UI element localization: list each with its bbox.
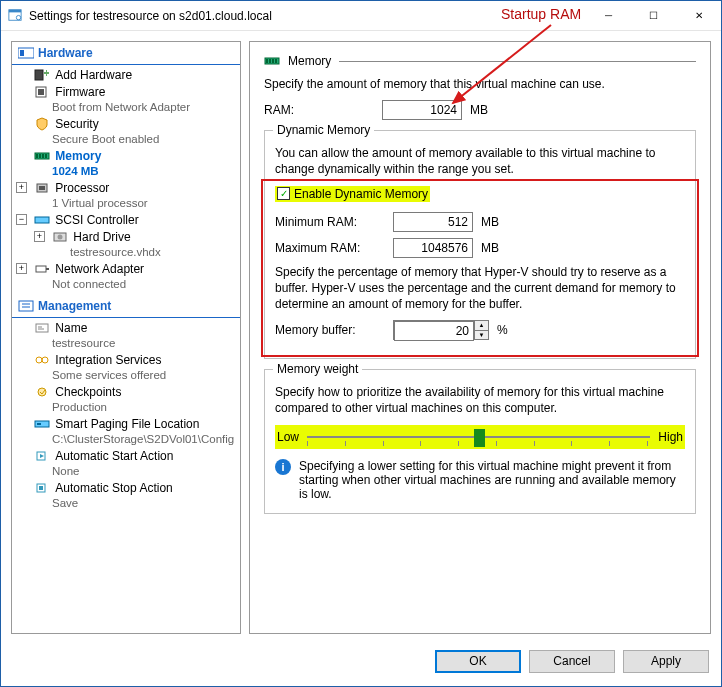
weight-low-label: Low <box>277 430 299 444</box>
sidebar-item-autostop[interactable]: Automatic Stop Action Save <box>12 480 240 512</box>
svg-rect-25 <box>36 324 48 332</box>
sidebar-item-sublabel: Save <box>34 496 236 511</box>
expand-button[interactable]: + <box>34 231 45 242</box>
weight-info-text: Specifying a lower setting for this virt… <box>299 459 685 501</box>
collapse-button[interactable]: − <box>16 214 27 225</box>
management-header-label: Management <box>38 299 111 313</box>
buffer-spinner: ▲ ▼ <box>393 320 489 340</box>
sidebar-item-label: Firmware <box>55 85 105 99</box>
sidebar-item-autostart[interactable]: Automatic Start Action None <box>12 448 240 480</box>
sidebar-item-sublabel: testresource <box>34 336 236 351</box>
divider <box>339 61 696 62</box>
sidebar-item-sublabel: Not connected <box>34 277 236 292</box>
network-icon <box>34 262 50 276</box>
sidebar-item-label: Automatic Start Action <box>55 449 173 463</box>
sidebar-item-label: Add Hardware <box>55 68 132 82</box>
svg-rect-16 <box>45 154 47 158</box>
sidebar-item-label: Automatic Stop Action <box>55 481 172 495</box>
spin-up-button[interactable]: ▲ <box>475 321 488 331</box>
buffer-input[interactable] <box>394 321 474 341</box>
ram-label: RAM: <box>264 103 374 117</box>
sidebar-item-memory[interactable]: Memory 1024 MB <box>12 148 240 180</box>
sidebar-item-label: Network Adapter <box>55 262 144 276</box>
minimize-button[interactable]: ─ <box>586 1 631 30</box>
cancel-button[interactable]: Cancel <box>529 650 615 673</box>
enable-dynmem-label: Enable Dynamic Memory <box>294 187 428 201</box>
svg-point-21 <box>58 235 63 240</box>
dialog-footer: OK Cancel Apply <box>1 644 721 686</box>
ram-field: RAM: MB <box>264 100 696 120</box>
firmware-icon <box>34 85 50 99</box>
management-icon <box>18 299 34 313</box>
sidebar[interactable]: Hardware Add Hardware Firmware Boot from… <box>11 41 241 634</box>
svg-rect-23 <box>46 268 49 270</box>
svg-rect-1 <box>9 9 21 12</box>
svg-rect-37 <box>272 59 274 63</box>
slider-thumb[interactable] <box>474 429 485 447</box>
hardware-icon <box>18 46 34 60</box>
sidebar-item-scsi[interactable]: − SCSI Controller <box>12 212 240 229</box>
svg-rect-14 <box>39 154 41 158</box>
maximize-button[interactable]: ☐ <box>631 1 676 30</box>
sidebar-item-sublabel: Secure Boot enabled <box>34 132 236 147</box>
expand-button[interactable]: + <box>16 263 27 274</box>
min-ram-label: Minimum RAM: <box>275 215 385 229</box>
sidebar-item-sublabel: Boot from Network Adapter <box>34 100 236 115</box>
shield-icon <box>34 117 50 131</box>
apply-button[interactable]: Apply <box>623 650 709 673</box>
memory-icon <box>34 149 50 163</box>
svg-rect-30 <box>37 423 41 425</box>
sidebar-item-processor[interactable]: + Processor 1 Virtual processor <box>12 180 240 212</box>
svg-rect-24 <box>19 301 33 311</box>
close-button[interactable]: ✕ <box>676 1 721 30</box>
sidebar-item-integration[interactable]: Integration Services Some services offer… <box>12 352 240 384</box>
sidebar-item-sublabel: testresource.vhdx <box>52 245 236 260</box>
sidebar-item-network-adapter[interactable]: + Network Adapter Not connected <box>12 261 240 293</box>
sidebar-item-security[interactable]: Security Secure Boot enabled <box>12 116 240 148</box>
sidebar-item-paging[interactable]: Smart Paging File Location C:\ClusterSto… <box>12 416 240 448</box>
svg-rect-19 <box>35 217 49 223</box>
sidebar-item-add-hardware[interactable]: Add Hardware <box>12 67 240 84</box>
buffer-field: Memory buffer: ▲ ▼ % <box>275 320 685 340</box>
dynamic-memory-group: Dynamic Memory You can allow the amount … <box>264 130 696 359</box>
svg-rect-35 <box>266 59 268 63</box>
sidebar-item-firmware[interactable]: Firmware Boot from Network Adapter <box>12 84 240 116</box>
sidebar-item-name[interactable]: Name testresource <box>12 320 240 352</box>
weight-high-label: High <box>658 430 683 444</box>
enable-dynmem-checkbox[interactable]: ✓ <box>277 187 290 200</box>
weight-legend: Memory weight <box>273 362 362 376</box>
weight-slider[interactable] <box>307 427 650 447</box>
sidebar-item-sublabel: 1024 MB <box>34 164 236 179</box>
settings-icon <box>7 8 23 24</box>
paging-icon <box>34 417 50 431</box>
svg-rect-22 <box>36 266 46 272</box>
expand-button[interactable]: + <box>16 182 27 193</box>
svg-rect-9 <box>46 70 47 76</box>
sidebar-item-sublabel: 1 Virtual processor <box>34 196 236 211</box>
sidebar-item-label: Name <box>55 321 87 335</box>
buffer-desc: Specify the percentage of memory that Hy… <box>275 264 685 313</box>
sidebar-item-label: Hard Drive <box>73 230 130 244</box>
info-icon: i <box>275 459 291 475</box>
max-ram-input[interactable] <box>393 238 473 258</box>
buffer-unit: % <box>497 323 508 337</box>
min-ram-input[interactable] <box>393 212 473 232</box>
dynmem-desc: You can allow the amount of memory avail… <box>275 145 685 177</box>
checkpoints-icon <box>34 385 50 399</box>
sidebar-item-checkpoints[interactable]: Checkpoints Production <box>12 384 240 416</box>
sidebar-item-harddrive[interactable]: + Hard Drive testresource.vhdx <box>12 229 240 261</box>
scsi-icon <box>34 213 50 227</box>
sidebar-item-sublabel: Production <box>34 400 236 415</box>
ram-unit: MB <box>470 103 488 117</box>
enable-dynmem-row: ✓ Enable Dynamic Memory <box>275 186 430 202</box>
spin-down-button[interactable]: ▼ <box>475 331 488 340</box>
svg-rect-38 <box>275 59 277 63</box>
ok-button[interactable]: OK <box>435 650 521 673</box>
sidebar-item-label: Processor <box>55 181 109 195</box>
weight-desc: Specify how to prioritize the availabili… <box>275 384 685 416</box>
sidebar-item-label: Integration Services <box>55 353 161 367</box>
sidebar-item-label: Security <box>55 117 98 131</box>
intro-text: Specify the amount of memory that this v… <box>264 76 696 92</box>
ram-input[interactable] <box>382 100 462 120</box>
max-ram-label: Maximum RAM: <box>275 241 385 255</box>
